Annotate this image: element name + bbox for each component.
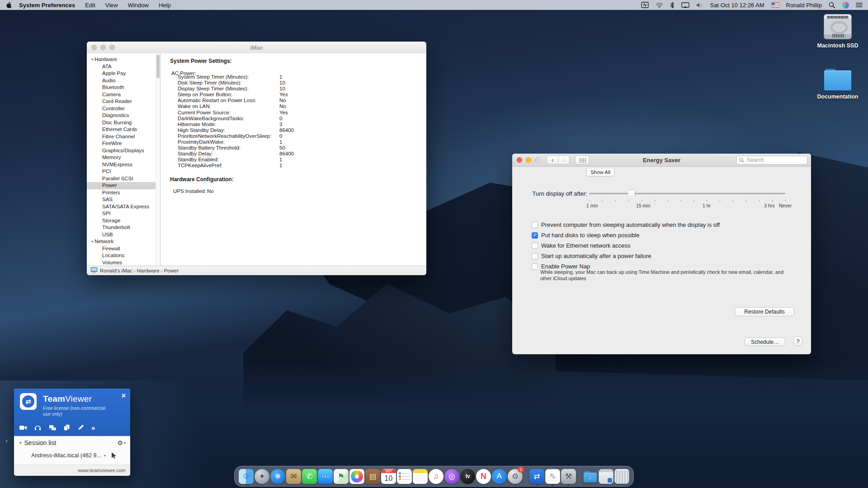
copy-icon[interactable] (64, 425, 70, 431)
sidebar-item-controller[interactable]: Controller (87, 105, 160, 113)
sidebar-scrollbar[interactable] (156, 53, 160, 266)
schedule-button[interactable]: Schedule… (745, 338, 785, 346)
sidebar-item-ethernet-cards[interactable]: Ethernet Cards (87, 126, 160, 133)
checkbox-row-3[interactable]: Start up automatically after a power fai… (532, 251, 720, 261)
dock-item-reminders[interactable] (396, 467, 412, 485)
dock-item-notes[interactable] (412, 467, 428, 485)
dock-item-calendar[interactable]: OCT10 (381, 467, 396, 485)
sidebar-item-sata-sata-express[interactable]: SATA/SATA Express (87, 203, 160, 211)
dock-item-downloads-folder[interactable]: ↓ (582, 467, 598, 485)
menu-view[interactable]: View (105, 2, 118, 9)
sidebar-item-card-reader[interactable]: Card Reader (87, 98, 160, 105)
session-settings-gear-icon[interactable]: ⚙▾ (117, 439, 126, 446)
dock-item-finder[interactable]: ☺ (238, 467, 254, 485)
dock-item-music[interactable]: ♫ (428, 467, 444, 485)
desktop-icon-documentation[interactable]: Documentation (811, 69, 865, 100)
minimize-window-button[interactable] (526, 157, 531, 163)
checkbox[interactable] (532, 253, 538, 259)
zoom-window-button[interactable] (109, 45, 115, 50)
close-window-button[interactable] (91, 45, 97, 50)
dock-item-tv[interactable]: tv (460, 467, 476, 485)
show-all-label[interactable]: Show All (586, 169, 614, 176)
keyboard-flag-icon[interactable] (771, 2, 779, 8)
search-input[interactable] (746, 156, 805, 164)
dock-item-messages[interactable]: ⋯ (317, 467, 333, 485)
sidebar-item-firewire[interactable]: FireWire (87, 140, 160, 147)
checkbox-row-1[interactable]: ✓Put hard disks to sleep when possible (532, 230, 720, 240)
zoom-window-button[interactable] (535, 157, 540, 163)
sidebar-item-diagnostics[interactable]: Diagnostics (87, 112, 160, 119)
dock-item-system-preferences[interactable]: ⚙1 (507, 467, 523, 485)
sidebar-item-nvmexpress[interactable]: NVMExpress (87, 161, 160, 169)
menu-app-name[interactable]: System Preferences (19, 2, 75, 9)
disclosure-triangle-icon[interactable]: ▾ (91, 57, 93, 61)
checkbox[interactable] (532, 222, 538, 228)
show-all-grid-button[interactable] (575, 155, 590, 164)
teamviewer-url[interactable]: www.teamviewer.com (78, 468, 126, 473)
sidebar-item-apple-pay[interactable]: Apple Pay (87, 70, 160, 77)
checkbox[interactable] (532, 243, 538, 249)
sidebar-item-sas[interactable]: SAS (87, 196, 160, 203)
close-window-button[interactable] (517, 157, 522, 163)
dock-item-safari[interactable]: ✵ (270, 467, 286, 485)
sidebar-item-usb[interactable]: USB (87, 231, 160, 239)
sidebar-item-thunderbolt[interactable]: Thunderbolt (87, 224, 160, 231)
teamviewer-menubar-icon[interactable] (641, 2, 649, 8)
headset-icon[interactable] (34, 425, 41, 431)
sidebar-item-ata[interactable]: ATA (87, 63, 160, 70)
sidebar-section-hardware[interactable]: ▾Hardware (87, 56, 160, 63)
sidebar-item-volumes[interactable]: Volumes (87, 259, 160, 267)
sidebar-item-memory[interactable]: Memory (87, 154, 160, 161)
sidebar-item-bluetooth[interactable]: Bluetooth (87, 84, 160, 91)
menu-window[interactable]: Window (128, 2, 149, 9)
slider-thumb[interactable] (627, 189, 635, 199)
help-button[interactable]: ? (793, 336, 803, 346)
checkbox-row-0[interactable]: Prevent computer from sleeping automatic… (532, 220, 720, 230)
dock-item-trash[interactable] (614, 467, 630, 485)
energy-title-bar[interactable]: ‹ › Energy Saver (512, 154, 811, 167)
teamviewer-collapse-handle[interactable]: › (5, 436, 8, 444)
sidebar-item-audio[interactable]: Audio (87, 77, 160, 84)
sidebar-item-printers[interactable]: Printers (87, 189, 160, 197)
search-field[interactable] (736, 156, 807, 164)
sidebar-item-locations[interactable]: Locations (87, 252, 160, 259)
dock-item-teamviewer[interactable]: ⇄ (529, 467, 545, 485)
disclosure-triangle-icon[interactable]: ▾ (19, 441, 22, 445)
sidebar-item-graphics-displays[interactable]: Graphics/Displays (87, 147, 160, 155)
disclosure-triangle-icon[interactable]: ▾ (91, 239, 93, 244)
wifi-icon[interactable] (656, 2, 663, 8)
sidebar-item-parallel-scsi[interactable]: Parallel SCSI (87, 175, 160, 183)
sysinfo-title-bar[interactable]: iMac (87, 42, 426, 54)
clean-icon[interactable] (77, 425, 84, 431)
dock-item-contacts[interactable]: ▤ (365, 467, 381, 485)
sidebar-item-disc-burning[interactable]: Disc Burning (87, 119, 160, 127)
dock-item-textedit[interactable]: ✎ (545, 467, 561, 485)
sidebar-item-firewall[interactable]: Firewall (87, 245, 160, 253)
back-button[interactable]: ‹ (547, 155, 558, 164)
dock-item-photos[interactable] (349, 467, 365, 485)
minimize-window-button[interactable] (100, 45, 106, 50)
dock-item-maps[interactable]: ⚑ (333, 467, 349, 485)
menu-clock[interactable]: Sat Oct 10 12:26 AM (710, 2, 764, 9)
apple-menu-icon[interactable] (5, 1, 12, 9)
dock-item-facetime[interactable]: ✆ (302, 467, 317, 485)
sidebar-item-spi[interactable]: SPI (87, 210, 160, 217)
checkbox[interactable]: ✓ (532, 232, 538, 239)
more-icon[interactable]: » (91, 425, 95, 431)
spotlight-icon[interactable] (829, 2, 835, 9)
checkbox[interactable] (532, 263, 538, 270)
chat-icon[interactable] (49, 425, 56, 431)
checkbox-row-2[interactable]: Wake for Ethernet network access (532, 240, 720, 251)
dock-item-podcasts[interactable]: ◎ (444, 467, 460, 485)
menu-edit[interactable]: Edit (85, 2, 95, 9)
breadcrumb-item[interactable]: Power (164, 268, 179, 273)
slider-track[interactable] (589, 193, 785, 194)
dock-item-system-information[interactable]: ⚒ (561, 467, 576, 485)
sidebar-item-storage[interactable]: Storage (87, 217, 160, 225)
volume-icon[interactable] (696, 2, 703, 8)
sidebar-item-camera[interactable]: Camera (87, 91, 160, 99)
menu-help[interactable]: Help (159, 2, 171, 9)
sidebar-item-power[interactable]: Power (87, 182, 160, 189)
video-call-icon[interactable] (19, 425, 27, 430)
breadcrumb[interactable]: Ronald's iMac›Hardware›Power (100, 268, 179, 273)
